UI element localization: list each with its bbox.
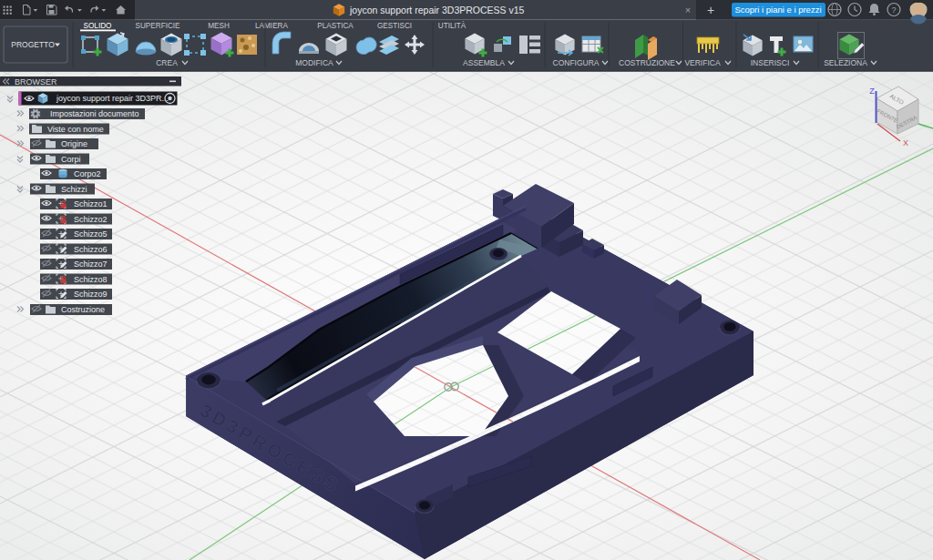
svg-text:Impostazioni documento: Impostazioni documento <box>50 109 139 118</box>
svg-text:Schizzo7: Schizzo7 <box>74 260 108 269</box>
svg-text:Schizzo5: Schizzo5 <box>74 229 108 239</box>
svg-text:Schizzo2: Schizzo2 <box>74 215 108 224</box>
svg-text:Schizzo1: Schizzo1 <box>74 199 108 209</box>
svg-text:?: ? <box>891 5 896 15</box>
svg-text:INSERISCI: INSERISCI <box>751 58 790 67</box>
svg-text:joycon support repair 3D3PR...: joycon support repair 3D3PR... <box>56 94 169 103</box>
svg-text:PLASTICA: PLASTICA <box>317 22 354 30</box>
svg-text:Z: Z <box>869 87 875 96</box>
svg-text:X: X <box>903 138 908 148</box>
svg-text:Schizzi: Schizzi <box>61 185 87 194</box>
svg-text:Schizzo6: Schizzo6 <box>74 245 108 254</box>
svg-text:SELEZIONA: SELEZIONA <box>824 58 867 67</box>
svg-text:VERIFICA: VERIFICA <box>684 58 721 67</box>
svg-text:+: + <box>707 3 714 17</box>
svg-text:Costruzione: Costruzione <box>61 305 105 314</box>
svg-text:GESTISCI: GESTISCI <box>377 22 412 30</box>
svg-text:MODIFICA: MODIFICA <box>295 58 333 67</box>
svg-text:Viste con nome: Viste con nome <box>47 125 104 134</box>
svg-text:LAMIERA: LAMIERA <box>255 22 288 30</box>
svg-text:Schizzo8: Schizzo8 <box>74 275 108 284</box>
svg-text:joycon support repair 3D3PROCE: joycon support repair 3D3PROCESS v15 <box>349 5 525 15</box>
svg-text:CONFIGURA: CONFIGURA <box>553 58 600 67</box>
svg-text:Scopri i piani e i prezzi: Scopri i piani e i prezzi <box>734 5 821 15</box>
svg-text:UTILITÀ: UTILITÀ <box>438 21 466 30</box>
svg-text:Origine: Origine <box>61 139 87 148</box>
svg-text:Corpi: Corpi <box>61 155 81 164</box>
svg-text:Schizzo9: Schizzo9 <box>74 290 108 299</box>
svg-text:ASSEMBLA: ASSEMBLA <box>463 58 505 67</box>
svg-text:BROWSER: BROWSER <box>15 77 57 87</box>
svg-text:×: × <box>685 5 691 15</box>
svg-text:Corpo2: Corpo2 <box>74 169 101 178</box>
svg-text:COSTRUZIONE: COSTRUZIONE <box>619 58 675 67</box>
